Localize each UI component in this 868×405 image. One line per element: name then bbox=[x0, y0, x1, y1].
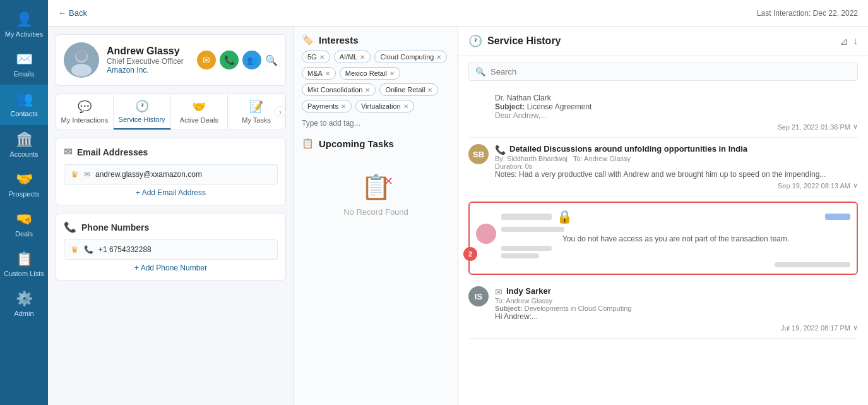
email-to: To: Andrew Glassy bbox=[495, 297, 858, 305]
tag-label: Virtualization bbox=[361, 102, 401, 110]
blurred-status bbox=[825, 214, 850, 220]
tag-close-ma[interactable]: ✕ bbox=[325, 70, 330, 77]
right-panel: 🕐 Service History ⊿ ↓ 🔍 Dr. Nathan Clark… bbox=[458, 27, 868, 405]
filter-icon[interactable]: ⊿ bbox=[840, 35, 848, 47]
tag-virtualization: Virtualization ✕ bbox=[355, 100, 414, 112]
upcoming-tasks-title: 📋 Upcoming Tasks bbox=[302, 138, 450, 149]
tag-label: 5G bbox=[307, 53, 317, 61]
back-arrow-icon: ← bbox=[58, 8, 66, 18]
tag-close-mexico[interactable]: ✕ bbox=[389, 70, 395, 77]
my-activities-icon: 👤 bbox=[16, 11, 33, 28]
avatar bbox=[64, 42, 99, 78]
tag-mexico-retail: Mexico Retail ✕ bbox=[340, 67, 400, 80]
deals-icon: 🤜 bbox=[16, 211, 33, 227]
service-timestamp-cloud: Jul 19, 2022 08:17 PM ∨ bbox=[468, 323, 858, 332]
sidebar-label-accounts: Accounts bbox=[9, 150, 38, 159]
tag-close-5g[interactable]: ✕ bbox=[319, 54, 324, 61]
tag-aiml: AI/ML ✕ bbox=[334, 51, 371, 63]
restricted-badge: 2 bbox=[463, 247, 477, 261]
no-record-found: 📋 ✕ No Record Found bbox=[302, 154, 450, 236]
sidebar-item-custom-lists[interactable]: 📋 Custom Lists bbox=[0, 245, 48, 284]
contact-company[interactable]: Amazon Inc. bbox=[107, 66, 189, 75]
people-action-button[interactable]: 👥 bbox=[242, 51, 261, 70]
restricted-header-row: 🔒 bbox=[501, 209, 850, 224]
email-section-title: Email Addresses bbox=[77, 147, 148, 157]
sort-icon[interactable]: ↓ bbox=[853, 35, 858, 47]
back-label: Back bbox=[69, 8, 87, 18]
tabs-row: 💬 My Interactions 🕐 Service History 🤝 Ac… bbox=[56, 94, 286, 130]
email-content: ✉ Indy Sarker To: Andrew Glassy Subject:… bbox=[495, 286, 858, 321]
tag-online-retail: Online Retail ✕ bbox=[379, 83, 438, 96]
sidebar-item-accounts[interactable]: 🏛️ Accounts bbox=[0, 125, 48, 165]
search-action-button[interactable]: 🔍 bbox=[265, 54, 278, 66]
middle-panel: 🏷️ Interests 5G ✕ AI/ML ✕ Cloud Computin… bbox=[294, 27, 458, 405]
my-tasks-tab-icon: 📝 bbox=[249, 100, 263, 114]
service-item-cloud-email: IS ✉ Indy Sarker To: Andrew Glassy Subje… bbox=[468, 280, 858, 339]
tag-label: Cloud Computing bbox=[380, 53, 434, 61]
interests-tags: 5G ✕ AI/ML ✕ Cloud Computing ✕ M&A ✕ bbox=[302, 51, 450, 130]
call-duration: Duration: 0s bbox=[495, 162, 858, 170]
service-history-tab-icon: 🕐 bbox=[135, 99, 149, 113]
call-notes: Notes: Had a very productive call with A… bbox=[495, 170, 858, 179]
tag-close-aiml[interactable]: ✕ bbox=[360, 54, 365, 61]
sidebar-item-emails[interactable]: ✉️ Emails bbox=[0, 45, 48, 85]
crown-icon-phone: ♛ bbox=[71, 245, 79, 255]
interests-section: 🏷️ Interests 5G ✕ AI/ML ✕ Cloud Computin… bbox=[302, 34, 450, 130]
tag-input[interactable] bbox=[302, 116, 450, 130]
sidebar-item-prospects[interactable]: 🤝 Prospects bbox=[0, 165, 48, 205]
active-deals-tab-icon: 🤝 bbox=[192, 100, 206, 114]
sidebar-label-custom-lists: Custom Lists bbox=[4, 270, 44, 278]
add-email-link[interactable]: + Add Email Address bbox=[64, 188, 278, 197]
sidebar-item-admin[interactable]: ⚙️ Admin bbox=[0, 284, 48, 324]
sidebar-item-deals[interactable]: 🤜 Deals bbox=[0, 205, 48, 245]
tag-label: M&A bbox=[307, 70, 323, 77]
restricted-avatar bbox=[476, 224, 496, 244]
email-avatar: IS bbox=[468, 286, 489, 306]
tasks-icon: 📋 bbox=[302, 138, 314, 149]
expand-icon[interactable]: ∨ bbox=[853, 323, 858, 332]
tag-close-virt[interactable]: ✕ bbox=[403, 103, 408, 110]
email-field-row: ♛ ✉ andrew.glassy@xxamazon.com bbox=[64, 164, 278, 184]
sidebar-label-emails: Emails bbox=[13, 70, 34, 78]
blurred-line1 bbox=[501, 227, 564, 232]
search-icon: 🔍 bbox=[475, 67, 485, 76]
email-action-button[interactable]: ✉ bbox=[197, 51, 216, 70]
tab-label-service-history: Service History bbox=[119, 116, 165, 123]
tab-label-my-interactions: My Interactions bbox=[61, 116, 109, 124]
tag-ma: M&A ✕ bbox=[302, 67, 336, 80]
add-phone-link[interactable]: + Add Phone Number bbox=[64, 263, 278, 272]
tag-close-cloud[interactable]: ✕ bbox=[436, 54, 441, 61]
email-section-header: ✉ Email Addresses bbox=[64, 146, 278, 158]
expand-icon[interactable]: ∨ bbox=[853, 123, 858, 131]
search-input[interactable] bbox=[490, 67, 851, 76]
tab-service-history[interactable]: 🕐 Service History bbox=[114, 94, 171, 130]
tab-active-deals[interactable]: 🤝 Active Deals bbox=[171, 95, 229, 129]
tag-close-mkt[interactable]: ✕ bbox=[365, 87, 370, 94]
back-button[interactable]: ← Back bbox=[58, 8, 87, 18]
interests-icon: 🏷️ bbox=[302, 34, 314, 45]
custom-lists-icon: 📋 bbox=[16, 251, 33, 267]
timestamp-text: Jul 19, 2022 08:17 PM bbox=[781, 324, 850, 332]
sidebar-item-my-activities[interactable]: 👤 My Activities bbox=[0, 5, 48, 45]
tabs-chevron-right[interactable]: › bbox=[275, 106, 286, 118]
sidebar-label-admin: Admin bbox=[14, 310, 33, 318]
email-icon: ✉ bbox=[495, 287, 502, 297]
blurred-timestamp bbox=[775, 262, 850, 267]
prospects-icon: 🤝 bbox=[16, 171, 33, 188]
phone-action-button[interactable]: 📞 bbox=[220, 51, 239, 70]
tab-my-interactions[interactable]: 💬 My Interactions bbox=[56, 95, 114, 129]
preview-text: Dear Andrew,... bbox=[468, 111, 858, 120]
crown-icon-email: ♛ bbox=[71, 169, 79, 179]
expand-icon[interactable]: ∨ bbox=[853, 181, 858, 190]
tag-close-online[interactable]: ✕ bbox=[427, 87, 432, 94]
email-title-row: ✉ Indy Sarker bbox=[495, 286, 858, 297]
lock-icon: 🔒 bbox=[557, 209, 573, 224]
service-history-header-icon: 🕐 bbox=[468, 34, 482, 48]
sidebar-item-contacts[interactable]: 👥 Contacts bbox=[0, 85, 48, 124]
tag-cloud-computing: Cloud Computing ✕ bbox=[374, 51, 447, 63]
service-history-header: 🕐 Service History ⊿ ↓ bbox=[458, 27, 868, 56]
timestamp-text: Sep 21, 2022 01:36 PM bbox=[777, 123, 850, 131]
tag-close-payments[interactable]: ✕ bbox=[341, 103, 346, 110]
tag-label: AI/ML bbox=[340, 53, 358, 61]
email-sender: Indy Sarker bbox=[506, 286, 551, 296]
